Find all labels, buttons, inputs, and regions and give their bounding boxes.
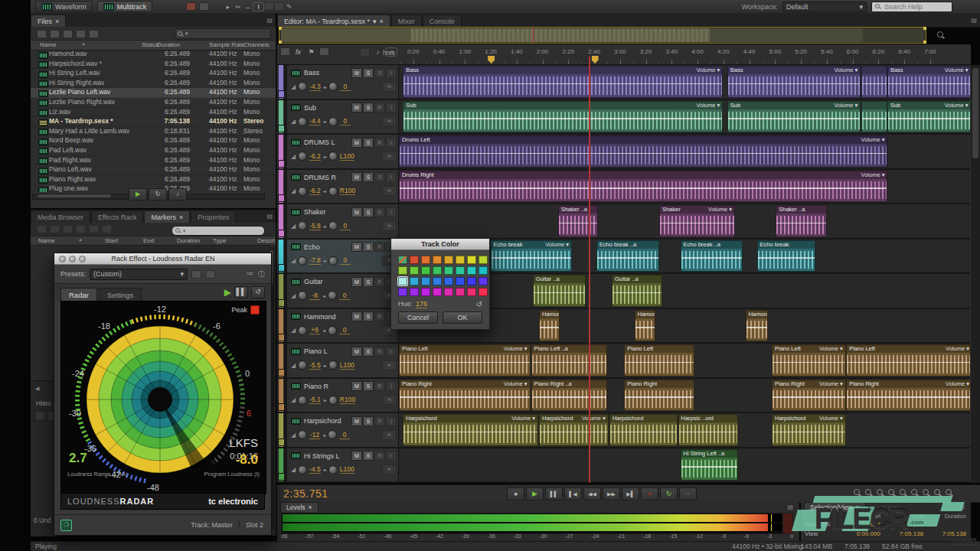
audio-clip[interactable]: Piano Right <box>624 380 694 412</box>
fx-rack-icon[interactable]: fx <box>293 48 303 56</box>
markers-column-header[interactable]: Name▲StartEndDurationTypeDescri <box>31 236 276 246</box>
timeline-ruler[interactable]: fx ⚑ ♪ ∩ hms 0:200:401:001:201:402:002:2… <box>277 44 971 65</box>
track-volume-value[interactable]: -5.5 <box>309 361 321 370</box>
file-row[interactable]: Nord Beep.wav6:26.48944100 HzMono <box>31 136 276 146</box>
color-swatch[interactable] <box>479 288 488 296</box>
preview-loop-playback-button[interactable]: ↻ <box>149 188 167 201</box>
track-monitor-input-button[interactable]: I <box>386 416 397 426</box>
track-color-dialog[interactable]: Track Color Hue: 176 ↺ Cancel OK <box>390 238 490 330</box>
color-swatch[interactable] <box>410 266 419 275</box>
track-name[interactable]: DRUMS R <box>304 174 348 181</box>
collapse-left-icon[interactable]: ◀ <box>35 386 39 392</box>
playhead[interactable] <box>589 57 590 483</box>
effect-power-toggle[interactable]: ❍ <box>60 520 72 531</box>
clip-volume-envelope-label[interactable]: Volume ▾ <box>946 345 969 353</box>
close-icon[interactable]: × <box>309 503 312 512</box>
tab-properties[interactable]: Properties <box>191 210 236 223</box>
skip-selection-button[interactable]: ↦ <box>679 487 697 500</box>
zoom-in-right-button[interactable] <box>921 488 931 498</box>
pan-knob[interactable] <box>328 82 338 91</box>
color-swatch[interactable] <box>444 256 453 264</box>
track-pan-value[interactable]: 0 <box>339 431 350 439</box>
tab-media-browser[interactable]: Media Browser <box>31 210 90 223</box>
track-name[interactable]: Piano R <box>304 383 348 390</box>
fast-forward-button[interactable]: ▶▶ <box>603 487 620 500</box>
waveform-button[interactable]: Waveform <box>35 1 93 12</box>
save-preset-icon[interactable] <box>191 270 201 279</box>
loop-button[interactable]: ↻ <box>660 487 678 500</box>
volume-knob[interactable] <box>298 430 307 439</box>
add-cue-marker-icon[interactable] <box>37 225 47 233</box>
clip-volume-envelope-label[interactable]: Volume ▾ <box>696 67 720 74</box>
merge-markers-icon[interactable] <box>63 225 73 233</box>
track-monitor-input-button[interactable]: I <box>386 347 397 357</box>
track-monitor-input-button[interactable]: I <box>386 207 397 217</box>
zoom-selection-button[interactable] <box>933 488 942 498</box>
track-arm-record-button[interactable]: R <box>374 207 385 217</box>
tab-console[interactable]: Console <box>423 15 462 27</box>
track-io-icon[interactable]: ∞ <box>382 116 397 126</box>
audio-clip[interactable]: Hamond <box>746 310 768 342</box>
track-pan-value[interactable]: R100 <box>340 396 355 404</box>
audio-clip[interactable] <box>861 66 887 98</box>
zoom-out-amplitude-button[interactable] <box>875 488 885 498</box>
color-swatch[interactable] <box>479 256 488 264</box>
pan-knob[interactable] <box>328 430 337 439</box>
note-icon[interactable]: ♪ <box>373 48 383 56</box>
track-mute-button[interactable]: M <box>351 381 362 391</box>
sort-asc-icon[interactable]: ▲ <box>78 237 83 242</box>
metronome-icon[interactable] <box>199 2 209 11</box>
track-volume-value[interactable]: -6.2 <box>309 187 321 195</box>
color-swatch[interactable] <box>398 288 407 296</box>
lasso-tool-icon[interactable] <box>274 2 284 11</box>
rack-effect-window[interactable]: Rack Effect - Loudness Radar EN Presets:… <box>54 253 272 536</box>
track-solo-button[interactable]: S <box>363 277 374 287</box>
zoom-in-point-button[interactable] <box>944 488 954 498</box>
close-icon[interactable]: × <box>179 214 183 221</box>
overview-handle[interactable] <box>923 41 926 44</box>
audio-clip[interactable]: Echo break ..a <box>681 240 743 272</box>
track-header-piano-r[interactable]: Piano RMSRI◢-5.1◂▸R100∞ <box>277 379 399 412</box>
track-solo-button[interactable]: S <box>363 451 374 461</box>
audio-clip[interactable]: Hi String Left ..a <box>681 449 739 481</box>
marker-flag-icon[interactable]: ⚑ <box>306 48 316 56</box>
clip-volume-envelope-label[interactable]: Volume ▾ <box>504 380 528 388</box>
track-io-icon[interactable]: ∞ <box>382 152 397 161</box>
file-row[interactable]: Lezlie Piano Left.wav6:26.48944100 HzMon… <box>31 88 276 98</box>
open-file-icon[interactable] <box>37 30 47 38</box>
track-pan-value[interactable]: 0 <box>340 256 351 265</box>
panel-menu-icon[interactable]: ▤ <box>959 504 965 510</box>
audio-clip[interactable]: Piano RightVolume ▾ <box>846 380 971 412</box>
help-search-input[interactable] <box>883 2 947 11</box>
track-header-hi-strings-l[interactable]: Hi Strings LMSRI◢-4.5◂▸L100∞ <box>277 448 399 482</box>
track-solo-button[interactable]: S <box>363 381 374 391</box>
track-header-bass[interactable]: BassMSRI◢-4.3◂▸0∞ <box>277 65 399 99</box>
audio-clip[interactable]: Guitar ..a <box>612 275 662 307</box>
color-swatch[interactable] <box>433 277 442 285</box>
scrollbar-thumb[interactable] <box>972 68 978 158</box>
clip-volume-envelope-label[interactable]: Volume ▾ <box>861 171 885 179</box>
track-io-icon[interactable]: ∞ <box>382 465 397 474</box>
export-markers-icon[interactable] <box>76 225 86 233</box>
pencil-tool-icon[interactable]: ✎ <box>284 3 294 11</box>
audio-clip[interactable]: SubVolume ▾ <box>403 101 723 133</box>
track-mute-button[interactable]: M <box>351 277 362 287</box>
clip-volume-envelope-label[interactable]: Volume ▾ <box>582 415 606 422</box>
session-overview-bar[interactable] <box>279 27 926 44</box>
file-row[interactable]: Pad Right.wav6:26.48944100 HzMono <box>31 156 276 166</box>
track-mute-button[interactable]: M <box>351 451 362 461</box>
volume-knob[interactable] <box>298 465 307 474</box>
track-arm-record-button[interactable]: R <box>374 416 385 426</box>
track-arm-record-button[interactable]: R <box>374 347 385 357</box>
audio-clip[interactable]: SubVolume ▾ <box>727 101 861 133</box>
track-mute-button[interactable]: M <box>351 207 362 217</box>
record-button[interactable]: ● <box>641 487 658 500</box>
column-header-start[interactable]: Start <box>105 237 118 244</box>
zoom-in-left-button[interactable] <box>910 488 920 498</box>
file-row[interactable]: Hi String Right.wav6:26.48944100 HzMono <box>31 79 276 89</box>
column-header-sample-rate[interactable]: Sample Rate <box>209 41 244 48</box>
radar-pause-button[interactable]: ▌▌ <box>234 286 248 298</box>
track-volume-value[interactable]: -7.8 <box>309 256 321 265</box>
track-solo-button[interactable]: S <box>363 416 374 426</box>
track-io-icon[interactable]: ∞ <box>382 82 397 92</box>
